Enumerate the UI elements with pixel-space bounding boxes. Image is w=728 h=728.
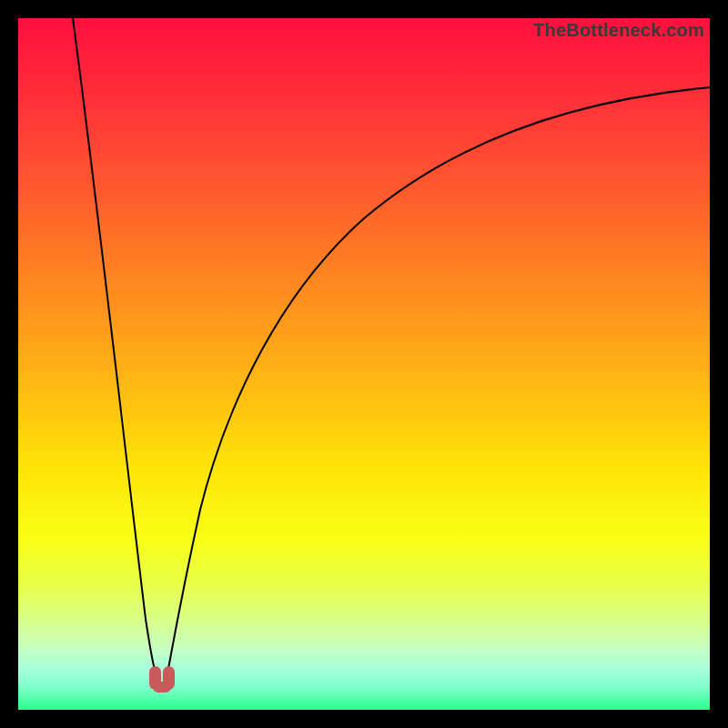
bottleneck-curve <box>18 18 710 710</box>
chart-area: TheBottleneck.com <box>18 18 710 710</box>
curve-right-branch <box>167 87 710 678</box>
curve-left-branch <box>73 18 157 678</box>
min-marker-bottom <box>153 682 171 693</box>
